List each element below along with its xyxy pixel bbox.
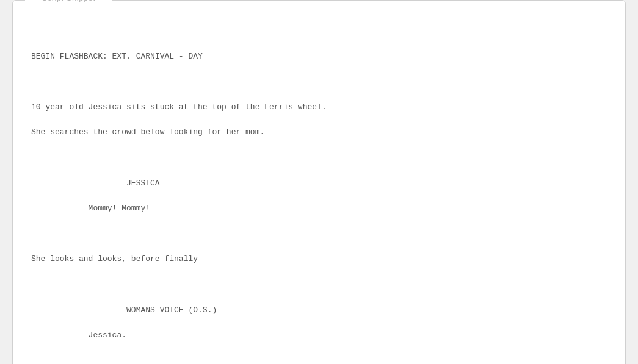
script-line xyxy=(31,152,607,165)
script-line: WOMANS VOICE (O.S.) xyxy=(31,304,607,317)
script-line: Jessica. xyxy=(31,329,607,342)
script-line: She searches the crowd below looking for… xyxy=(31,126,607,139)
script-line: BEGIN FLASHBACK: EXT. CARNIVAL - DAY xyxy=(31,51,607,63)
script-line xyxy=(31,355,607,364)
script-line xyxy=(31,279,607,291)
script-line: 10 year old Jessica sits stuck at the to… xyxy=(31,101,607,114)
script-line xyxy=(31,76,607,88)
script-line: JESSICA xyxy=(31,177,607,190)
script-line xyxy=(31,228,607,241)
snippet-container: Script Snippet BEGIN FLASHBACK: EXT. CAR… xyxy=(12,0,626,364)
script-line: She looks and looks, before finally xyxy=(31,253,607,266)
script-line: Mommy! Mommy! xyxy=(31,202,607,215)
snippet-title: Script Snippet xyxy=(25,0,112,2)
script-content: BEGIN FLASHBACK: EXT. CARNIVAL - DAY 10 … xyxy=(31,25,607,364)
